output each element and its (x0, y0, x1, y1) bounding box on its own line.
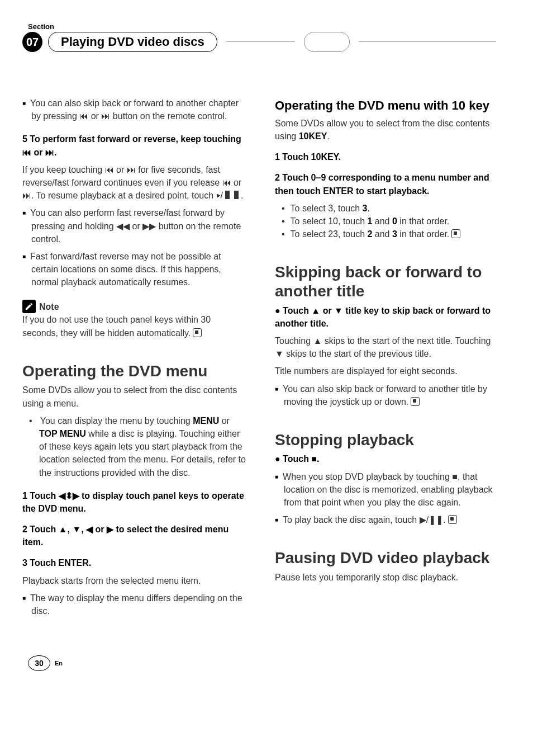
body-text: The way to display the menu differs depe… (22, 592, 247, 617)
page-header: 07 Playing DVD video discs (22, 32, 499, 52)
section-end-icon (451, 229, 460, 238)
header-rule-2 (359, 41, 496, 42)
page-number: 30 (28, 655, 50, 671)
stop-step: ● Touch ■. (275, 452, 499, 465)
body-text: Playback starts from the selected menu i… (22, 574, 247, 587)
page-footer: 30 En (22, 655, 499, 671)
body-text: You can also skip back or forward to ano… (275, 382, 499, 408)
header-rule (226, 41, 295, 42)
pencil-icon (22, 300, 36, 313)
body-text: Fast forward/fast reverse may not be pos… (22, 250, 247, 289)
note-header: Note (22, 300, 247, 313)
section-end-icon (193, 328, 202, 337)
skip-step: ● Touch ▲ or ▼ title key to skip back or… (275, 304, 499, 330)
heading-stopping: Stopping playback (275, 431, 499, 450)
body-text: Touching ▲ skips to the start of the nex… (275, 334, 499, 360)
chapter-title: Playing DVD video discs (48, 32, 217, 52)
list-item: To select 3, touch 3. (292, 202, 499, 215)
body-text: You can also skip back or forward to ano… (22, 97, 247, 122)
step-2: 2 Touch ▲, ▼, ◀ or ▶ to select the desir… (22, 523, 247, 549)
note-label: Note (39, 300, 59, 313)
list-item: You can display the menu by touching MEN… (39, 414, 247, 479)
body-text: If you keep touching ⏮ or ⏭ for five sec… (22, 163, 247, 202)
body-text: Some DVDs allow you to select from the d… (22, 384, 247, 409)
body-text: Pause lets you temporarily stop disc pla… (275, 571, 499, 584)
section-number-chip: 07 (22, 32, 42, 52)
list-item: To select 23, touch 2 and 3 in that orde… (292, 228, 499, 240)
body-text: You can also perform fast reverse/fast f… (22, 206, 247, 245)
language-label: En (55, 660, 63, 667)
body-text: When you stop DVD playback by touching ■… (275, 470, 499, 509)
note-body: If you do not use the touch panel keys w… (22, 313, 247, 339)
step-2-10key: 2 Touch 0–9 corresponding to a menu numb… (275, 171, 499, 197)
heading-skip-title: Skipping back or forward to another titl… (275, 263, 499, 300)
step-1: 1 Touch ◀⬍▶ to display touch panel keys … (22, 489, 247, 515)
heading-operating-dvd-menu: Operating the DVD menu (22, 362, 247, 381)
step-3: 3 Touch ENTER. (22, 556, 247, 569)
heading-10key: Operating the DVD menu with 10 key (275, 97, 499, 115)
heading-pausing: Pausing DVD video playback (275, 549, 499, 568)
section-end-icon (448, 515, 457, 524)
body-text: Some DVDs allow you to select from the d… (275, 117, 499, 143)
right-column: Operating the DVD menu with 10 key Some … (275, 97, 499, 622)
section-label: Section (28, 22, 499, 31)
list-item: To select 10, touch 1 and 0 in that orde… (292, 215, 499, 228)
step-1-10key: 1 Touch 10KEY. (275, 150, 499, 163)
header-decor-pill (304, 32, 350, 52)
left-column: You can also skip back or forward to ano… (22, 97, 247, 622)
body-text: To play back the disc again, touch ▶/❚❚. (275, 513, 499, 526)
body-text: Title numbers are displayed for eight se… (275, 365, 499, 377)
step-5: 5 To perform fast forward or reverse, ke… (22, 133, 247, 158)
section-end-icon (411, 397, 420, 406)
